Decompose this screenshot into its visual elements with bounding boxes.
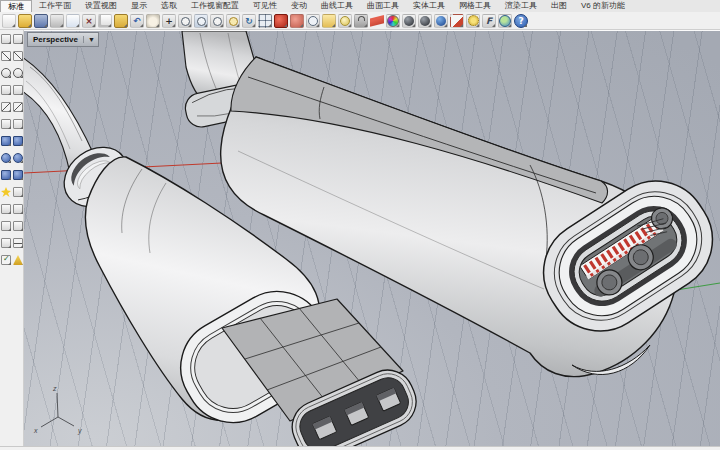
cylinder-icon[interactable] — [13, 153, 23, 163]
left-toolbar — [0, 30, 24, 450]
menu-tab-7[interactable]: 可见性 — [246, 0, 284, 12]
viewport-perspective[interactable]: Perspective ▼ — [24, 30, 720, 446]
pan-view-icon[interactable] — [146, 14, 160, 28]
zoom-selected-icon[interactable] — [226, 14, 240, 28]
split-icon[interactable] — [13, 204, 23, 214]
dimension-icon[interactable] — [13, 238, 23, 248]
explode-icon[interactable] — [1, 187, 11, 197]
print-icon[interactable] — [50, 14, 64, 28]
render-icon[interactable] — [274, 14, 288, 28]
join-icon[interactable] — [13, 187, 23, 197]
menu-tab-6[interactable]: 工作视窗配置 — [184, 0, 246, 12]
paintbrush-icon[interactable] — [450, 14, 464, 28]
menu-tab-10[interactable]: 曲面工具 — [360, 0, 406, 12]
chevron-down-icon[interactable]: ▼ — [83, 36, 95, 43]
box-icon[interactable] — [1, 170, 11, 180]
save-file-icon[interactable] — [34, 14, 48, 28]
shaded-view-icon[interactable] — [402, 14, 416, 28]
fillet-icon[interactable] — [1, 221, 11, 231]
edit-text-icon[interactable] — [66, 14, 80, 28]
menu-tab-4[interactable]: 显示 — [124, 0, 154, 12]
bottom-strip — [0, 446, 720, 450]
gizmo-x-label: x — [33, 427, 38, 434]
options-gear-icon[interactable] — [466, 14, 480, 28]
light-icon[interactable] — [338, 14, 352, 28]
sketch-curve-icon[interactable] — [13, 51, 23, 61]
command-macro-icon[interactable]: F — [482, 14, 496, 28]
offset-icon[interactable] — [13, 119, 23, 129]
standard-toolbar: ×↶+↻F? — [0, 12, 720, 30]
polyline-icon[interactable] — [1, 102, 11, 112]
cplane-axis-gizmo: z x y — [33, 385, 82, 435]
cone-icon[interactable] — [13, 255, 23, 265]
layer-icon[interactable] — [370, 14, 384, 28]
viewport-layout-icon[interactable] — [258, 14, 272, 28]
sphere-icon[interactable] — [1, 153, 11, 163]
select-lasso-icon[interactable] — [13, 34, 23, 44]
curve-tools-icon[interactable] — [1, 119, 11, 129]
menu-tab-15[interactable]: V6 的新功能 — [574, 0, 632, 12]
zoom-dynamic-icon[interactable] — [178, 14, 192, 28]
polygon-icon[interactable] — [13, 85, 23, 95]
render-preview-icon[interactable] — [290, 14, 304, 28]
gizmo-y-label: y — [77, 427, 82, 435]
surface-from-points-icon[interactable] — [1, 136, 11, 146]
viewport-tab[interactable]: Perspective ▼ — [27, 32, 99, 47]
zoom-extents-icon[interactable] — [210, 14, 224, 28]
web-browser-icon[interactable] — [498, 14, 512, 28]
analyze-check-icon[interactable] — [1, 255, 11, 265]
rotate-view-icon[interactable]: ↻ — [242, 14, 256, 28]
viewport-title: Perspective — [33, 35, 78, 44]
gizmo-z-label: z — [52, 385, 57, 392]
new-document-icon[interactable] — [2, 14, 16, 28]
open-file-icon[interactable] — [18, 14, 32, 28]
menu-tab-2[interactable]: 工作平面 — [32, 0, 78, 12]
help-icon[interactable]: ? — [514, 14, 528, 28]
trim-icon[interactable] — [1, 204, 11, 214]
menu-tab-5[interactable]: 选取 — [154, 0, 184, 12]
delete-icon[interactable]: × — [82, 14, 96, 28]
array-icon[interactable] — [1, 238, 11, 248]
undo-icon[interactable]: ↶ — [130, 14, 144, 28]
menu-tab-12[interactable]: 网格工具 — [452, 0, 498, 12]
rendered-view-icon[interactable] — [434, 14, 448, 28]
loft-surface-icon[interactable] — [13, 136, 23, 146]
menu-tab-13[interactable]: 渲染工具 — [498, 0, 544, 12]
ellipse-icon[interactable] — [13, 68, 23, 78]
arc-icon[interactable] — [13, 102, 23, 112]
paste-icon[interactable] — [114, 14, 128, 28]
rhino-window: 标准工作平面设置视图显示选取工作视窗配置可见性变动曲线工具曲面工具实体工具网格工… — [0, 0, 720, 450]
copy-icon[interactable] — [98, 14, 112, 28]
chamfer-icon[interactable] — [13, 221, 23, 231]
rectangle-icon[interactable] — [1, 85, 11, 95]
selection-filter-icon[interactable] — [322, 14, 336, 28]
tube-icon[interactable] — [13, 170, 23, 180]
menu-tab-1[interactable]: 标准 — [0, 0, 32, 12]
color-wheel-icon[interactable] — [386, 14, 400, 28]
control-point-curve-icon[interactable] — [1, 51, 11, 61]
menu-tab-11[interactable]: 实体工具 — [406, 0, 452, 12]
move-icon[interactable]: + — [162, 14, 176, 28]
edit-points-icon[interactable] — [1, 34, 11, 44]
ghosted-view-icon[interactable] — [418, 14, 432, 28]
zoom-window-icon[interactable] — [194, 14, 208, 28]
menu-tab-9[interactable]: 曲线工具 — [314, 0, 360, 12]
lock-icon[interactable] — [354, 14, 368, 28]
menu-tab-8[interactable]: 变动 — [284, 0, 314, 12]
menu-tab-3[interactable]: 设置视图 — [78, 0, 124, 12]
circle-icon[interactable] — [1, 68, 11, 78]
scene-3d: z x y — [24, 31, 720, 447]
menu-tab-14[interactable]: 出图 — [544, 0, 574, 12]
history-icon[interactable] — [306, 14, 320, 28]
